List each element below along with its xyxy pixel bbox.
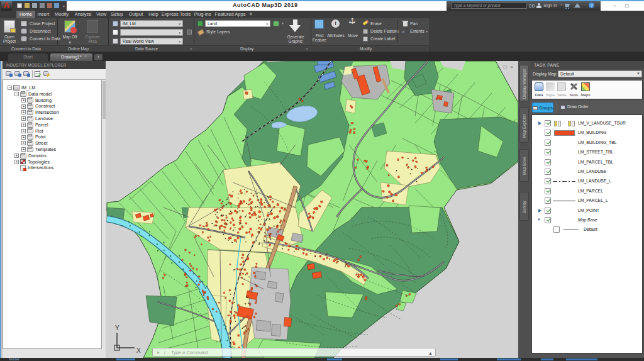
svg-text:Y: Y — [115, 325, 119, 331]
svg-text:X: X — [136, 347, 141, 354]
